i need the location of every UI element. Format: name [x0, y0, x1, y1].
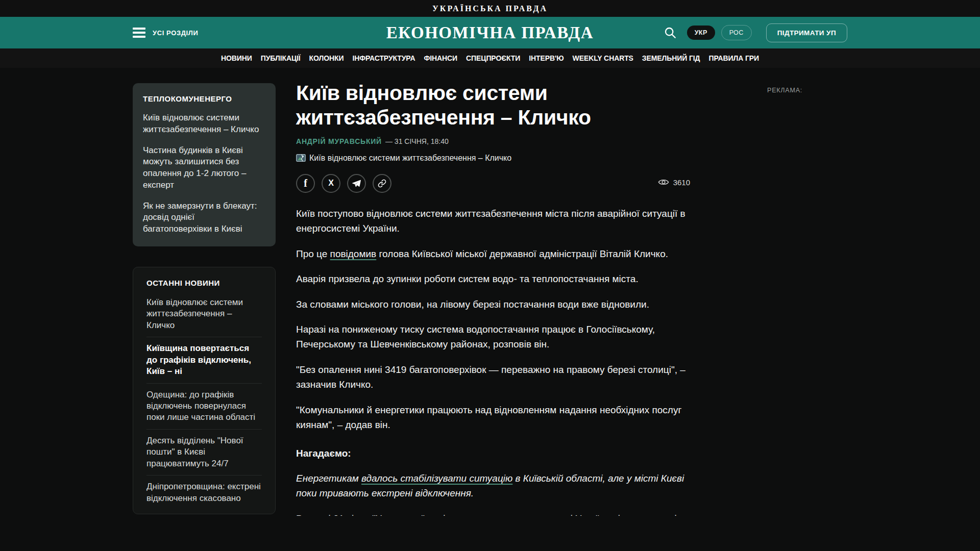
- latest-news-link[interactable]: Київщина повертається до графіків відклю…: [146, 337, 262, 383]
- nav-item[interactable]: ІНФРАСТРУКТУРА: [352, 54, 415, 62]
- all-sections-menu-button[interactable]: УСІ РОЗДІЛИ: [133, 28, 198, 38]
- facebook-icon: f: [304, 178, 307, 189]
- menu-label: УСІ РОЗДІЛИ: [153, 29, 198, 37]
- byline: АНДРІЙ МУРАВСЬКИЙ — 31 СІЧНЯ, 18:40: [296, 137, 690, 145]
- share-facebook-button[interactable]: f: [296, 174, 315, 193]
- copy-link-button[interactable]: [373, 174, 391, 193]
- lang-toggle-ukr[interactable]: УКР: [687, 26, 715, 40]
- topic-news-link[interactable]: Як не замерзнути в блекаут: досвід одніє…: [143, 201, 265, 235]
- article-paragraph: Наразі на пониженому тиску система водоп…: [296, 322, 690, 352]
- author-link[interactable]: АНДРІЙ МУРАВСЬКИЙ: [296, 137, 382, 145]
- article-paragraph: Енергетикам вдалось стабілізувати ситуац…: [296, 471, 690, 501]
- article: Київ відновлює системи життєзабезпечення…: [296, 81, 690, 516]
- lang-toggle-ros[interactable]: РОС: [721, 25, 752, 40]
- topbar: УКРАЇНСЬКА ПРАВДА: [0, 0, 980, 17]
- article-paragraph: Київ поступово відновлює системи життєза…: [296, 206, 690, 236]
- header-right-group: УКР РОС ПІДТРИМАТИ УП: [664, 23, 847, 42]
- nav-item[interactable]: КОЛОНКИ: [309, 54, 344, 62]
- paragraph-text: Про це: [296, 248, 330, 259]
- ad-label: РЕКЛАМА:: [767, 87, 802, 94]
- topic-box-items: Київ відновлює системи життєзабезпечення…: [143, 112, 265, 235]
- search-button[interactable]: [664, 26, 677, 39]
- article-paragraph: Аварія призвела до зупинки роботи систем…: [296, 271, 690, 286]
- nav-item[interactable]: СПЕЦПРОЄКТИ: [466, 54, 520, 62]
- article-body: Київ поступово відновлює системи життєза…: [296, 206, 690, 516]
- article-paragraph: Нагадаємо:: [296, 446, 690, 461]
- paragraph-text: Енергетикам: [296, 473, 361, 484]
- latest-news-box: ОСТАННІ НОВИНИ Київ відновлює системи жи…: [133, 267, 276, 514]
- header-inner: УСІ РОЗДІЛИ ЕКОНОМІЧНА ПРАВДА УКР РОС ПІ…: [133, 17, 847, 48]
- paragraph-text: Ввечері 31 січня "Укренерго" повідомило,…: [296, 513, 677, 516]
- publish-date: — 31 СІЧНЯ, 18:40: [385, 137, 449, 145]
- ekonomichna-pravda-logo[interactable]: ЕКОНОМІЧНА ПРАВДА: [386, 23, 594, 42]
- inline-link[interactable]: повідомив: [330, 248, 377, 259]
- latest-news-items: Київ відновлює системи життєзабезпечення…: [146, 291, 262, 510]
- paragraph-text: "Комунальники й енергетики працюють над …: [296, 405, 681, 430]
- topic-box: ТЕПЛОКОМУНЕНЕРГО Київ відновлює системи …: [133, 83, 276, 246]
- link-icon: [378, 179, 386, 188]
- page: { "topbar": { "brand": "УКРАЇНСЬКА ПРАВД…: [0, 0, 980, 551]
- inline-link[interactable]: вдалось стабілізувати ситуацію: [361, 473, 512, 484]
- paragraph-text: Наразі на пониженому тиску система водоп…: [296, 324, 655, 349]
- view-count: 3610: [673, 178, 690, 187]
- nav-item[interactable]: ЗЕМЕЛЬНИЙ ГІД: [642, 54, 700, 62]
- telegram-icon: [352, 180, 361, 187]
- paragraph-text: Нагадаємо:: [296, 448, 351, 459]
- sidebar: ТЕПЛОКОМУНЕНЕРГО Київ відновлює системи …: [133, 83, 276, 514]
- article-paragraph: Про це повідомив голова Київської місько…: [296, 246, 690, 261]
- paragraph-text: За словами міського голови, на лівому бе…: [296, 299, 649, 310]
- paragraph-text: Київ поступово відновлює системи життєза…: [296, 208, 685, 234]
- article-image-placeholder: Київ відновлює системи життєзабезпечення…: [296, 154, 690, 163]
- latest-news-link[interactable]: Київ відновлює системи життєзабезпечення…: [146, 291, 262, 337]
- nav-item[interactable]: ФІНАНСИ: [424, 54, 457, 62]
- support-up-button[interactable]: ПІДТРИМАТИ УП: [766, 23, 847, 42]
- nav-item[interactable]: ПРАВИЛА ГРИ: [708, 54, 759, 62]
- nav-item[interactable]: ПУБЛІКАЦІЇ: [261, 54, 301, 62]
- latest-news-link[interactable]: Одещина: до графіків відключень повернул…: [146, 383, 262, 429]
- nav-item[interactable]: ІНТЕРВ'Ю: [529, 54, 564, 62]
- ukrainska-pravda-logo[interactable]: УКРАЇНСЬКА ПРАВДА: [432, 4, 548, 13]
- nav-item[interactable]: НОВИНИ: [221, 54, 252, 62]
- x-icon: X: [328, 179, 334, 188]
- share-buttons-row: f X 3610: [296, 174, 690, 193]
- topic-news-link[interactable]: Частина будинків в Києві можуть залишити…: [143, 145, 265, 191]
- paragraph-text: Аварія призвела до зупинки роботи систем…: [296, 273, 639, 284]
- article-title: Київ відновлює системи життєзабезпечення…: [296, 81, 623, 130]
- site-header: УСІ РОЗДІЛИ ЕКОНОМІЧНА ПРАВДА УКР РОС ПІ…: [0, 17, 980, 48]
- article-paragraph: "Без опалення нині 3419 багатоповерхівок…: [296, 362, 690, 392]
- topic-box-title: ТЕПЛОКОМУНЕНЕРГО: [143, 94, 265, 103]
- eye-icon: [658, 178, 669, 186]
- nav-item[interactable]: WEEKLY CHARTS: [573, 54, 633, 62]
- share-x-button[interactable]: X: [322, 174, 340, 193]
- broken-image-icon: [296, 154, 306, 162]
- hamburger-icon: [133, 28, 145, 38]
- article-paragraph: За словами міського голови, на лівому бе…: [296, 297, 690, 312]
- latest-news-title: ОСТАННІ НОВИНИ: [146, 279, 262, 287]
- topic-news-link[interactable]: Київ відновлює системи життєзабезпечення…: [143, 112, 265, 136]
- paragraph-text: голова Київської міської державної адмін…: [376, 248, 668, 259]
- main-nav-list: НОВИНИПУБЛІКАЦІЇКОЛОНКИІНФРАСТРУКТУРАФІН…: [0, 48, 980, 68]
- search-icon: [664, 26, 677, 39]
- share-telegram-button[interactable]: [347, 174, 366, 193]
- view-counter: 3610: [658, 178, 690, 187]
- article-paragraph: Ввечері 31 січня "Укренерго" повідомило,…: [296, 511, 690, 516]
- article-paragraph: "Комунальники й енергетики працюють над …: [296, 403, 690, 433]
- latest-news-link[interactable]: Десять відділень "Нової пошти" в Києві п…: [146, 429, 262, 475]
- article-image-alt-text: Київ відновлює системи життєзабезпечення…: [309, 154, 511, 163]
- paragraph-text: "Без опалення нині 3419 багатоповерхівок…: [296, 364, 685, 390]
- latest-news-link[interactable]: Дніпропетровщина: екстрені відключення с…: [146, 475, 262, 510]
